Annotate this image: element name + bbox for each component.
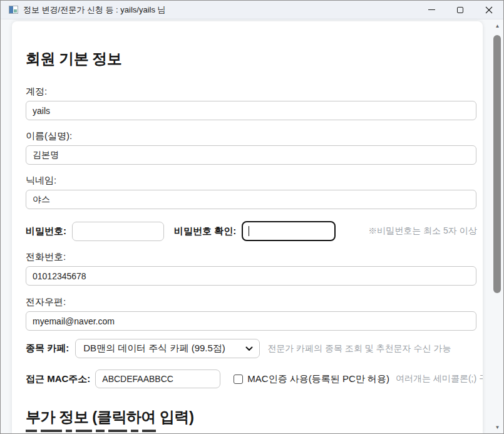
password-input[interactable] — [72, 222, 164, 241]
text-caret — [249, 226, 249, 236]
scroll-down-icon[interactable]: ▼ — [492, 423, 503, 431]
mac-hint: 여러개는 세미콜론(;) 구분 — [396, 373, 483, 385]
real-name-label: 이름(실명): — [26, 130, 476, 142]
password-label: 비밀번호: — [26, 225, 66, 237]
scroll-up-icon[interactable]: ▲ — [492, 21, 503, 30]
email-label: 전자우편: — [26, 296, 476, 308]
close-button[interactable] — [475, 1, 503, 19]
mac-auth-checkbox-label[interactable]: MAC인증 사용(등록된 PC만 허용) — [247, 373, 389, 385]
nickname-input[interactable] — [26, 190, 476, 209]
window-controls — [417, 1, 503, 19]
phone-input[interactable] — [26, 266, 476, 286]
mac-input[interactable] — [95, 369, 220, 388]
maximize-button[interactable] — [446, 1, 475, 19]
mac-label: 접근 MAC주소: — [26, 373, 90, 385]
account-label: 계정: — [26, 85, 476, 98]
password-row: 비밀번호: 비밀번호 확인: ※비밀번호는 최소 5자 이상 — [26, 221, 476, 241]
nickname-label: 닉네임: — [26, 174, 476, 187]
scrollbar-thumb[interactable] — [493, 35, 501, 293]
account-input[interactable] — [26, 101, 476, 120]
vertical-scrollbar[interactable]: ▲ ▼ — [492, 20, 503, 433]
cafe-select[interactable]: DB맨의 데이터 주식 카페 (99.5점) — [75, 339, 260, 358]
titlebar: 정보 변경/전문가 신청 등 : yails/yails 님 — [1, 1, 503, 19]
section-basic-title: 회원 기본 정보 — [26, 49, 476, 69]
cafe-selected-option: DB맨의 데이터 주식 카페 (99.5점) — [83, 343, 242, 354]
email-input[interactable] — [26, 311, 476, 331]
cafe-label: 종목 카페: — [26, 343, 69, 354]
app-window-icon — [9, 6, 18, 14]
maximize-icon — [457, 7, 463, 13]
chevron-down-icon — [245, 346, 253, 351]
cafe-hint: 전문가 카페의 종목 조회 및 추천문자 수신 가능 — [267, 343, 451, 354]
form-panel: 회원 기본 정보 계정: 이름(실명): 닉네임: 비밀번호: 비밀번호 확인:… — [12, 21, 483, 434]
minimize-icon — [428, 9, 435, 10]
password-confirm-label: 비밀번호 확인: — [174, 225, 236, 237]
cafe-row: 종목 카페: DB맨의 데이터 주식 카페 (99.5점) 전문가 카페의 종목… — [26, 339, 476, 358]
mac-auth-checkbox[interactable] — [234, 375, 243, 384]
minimize-button[interactable] — [417, 1, 446, 19]
real-name-input[interactable] — [26, 145, 476, 165]
phone-label: 전화번호: — [26, 251, 476, 263]
dialog-window: 정보 변경/전문가 신청 등 : yails/yails 님 회원 기본 정보 … — [0, 0, 504, 434]
clipped-next-row — [26, 430, 476, 433]
mac-row: 접근 MAC주소: MAC인증 사용(등록된 PC만 허용) 여러개는 세미콜론… — [26, 369, 476, 388]
password-confirm-input[interactable] — [242, 221, 336, 241]
password-hint: ※비밀번호는 최소 5자 이상 — [368, 225, 476, 237]
window-title: 정보 변경/전문가 신청 등 : yails/yails 님 — [23, 4, 417, 16]
close-icon — [485, 6, 493, 14]
section-extra-title[interactable]: 부가 정보 (클릭하여 입력) — [26, 407, 476, 427]
